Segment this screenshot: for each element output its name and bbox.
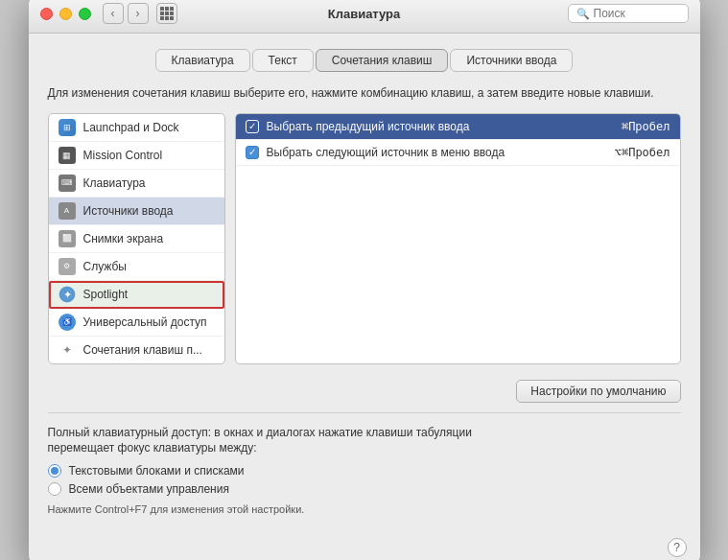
sidebar-item-accessibility[interactable]: ♿ Универсальный доступ	[49, 309, 224, 337]
tab-input-sources[interactable]: Источники ввода	[450, 49, 573, 72]
shortcuts-icon: ✦	[59, 341, 76, 359]
shortcut-check-prev[interactable]: ✓	[246, 120, 259, 133]
tab-shortcuts[interactable]: Сочетания клавиш	[316, 49, 449, 72]
shortcut-key-prev: ⌘Пробел	[622, 120, 670, 133]
tab-bar: Клавиатура Текст Сочетания клавиш Источн…	[48, 49, 681, 72]
svg-text:✦: ✦	[62, 289, 71, 300]
search-input[interactable]	[594, 7, 680, 20]
sidebar-item-keyboard[interactable]: ⌨ Клавиатура	[49, 170, 224, 198]
shortcut-row-prev[interactable]: ✓ Выбрать предыдущий источник ввода ⌘Про…	[236, 114, 680, 140]
shortcut-label-prev: Выбрать предыдущий источник ввода	[267, 120, 614, 133]
bottom-section: Полный клавиатурный доступ: в окнах и ди…	[48, 412, 681, 516]
tab-text[interactable]: Текст	[252, 49, 314, 72]
radio-inner-text	[51, 467, 59, 475]
grid-icon	[160, 7, 174, 20]
footer: ?	[29, 530, 700, 560]
shortcut-label-next: Выбрать следующий источник в меню ввода	[267, 146, 607, 159]
nav-buttons: ‹ ›	[103, 3, 177, 24]
maximize-button[interactable]	[79, 8, 91, 20]
radio-circle-all[interactable]	[48, 482, 61, 496]
search-box[interactable]: 🔍	[568, 4, 689, 23]
accessibility-icon: ♿	[59, 314, 76, 331]
content-area: Клавиатура Текст Сочетания клавиш Источн…	[29, 34, 700, 530]
defaults-button[interactable]: Настройки по умолчанию	[516, 380, 680, 403]
radio-text-blocks[interactable]: Текстовыми блоками и списками	[48, 464, 681, 478]
shortcut-key-next: ⌥⌘Пробел	[615, 146, 670, 159]
titlebar: ‹ › Клавиатура 🔍	[29, 0, 700, 34]
sidebar-item-spotlight[interactable]: ✦ Spotlight	[49, 281, 224, 309]
service-icon: ⚙	[59, 258, 76, 275]
tab-keyboard[interactable]: Клавиатура	[155, 49, 250, 72]
radio-group: Текстовыми блоками и списками Всеми объе…	[48, 464, 681, 496]
back-button[interactable]: ‹	[103, 3, 124, 24]
grid-button[interactable]	[156, 3, 177, 24]
search-icon: 🔍	[576, 8, 590, 20]
screenshot-icon: ⬜	[59, 230, 76, 247]
sidebar-item-launchpad[interactable]: ⊞ Launchpad и Dock	[49, 114, 224, 142]
bottom-right: Настройки по умолчанию	[48, 374, 681, 408]
mission-icon: ▦	[59, 147, 76, 164]
bottom-hint: Нажмите Control+F7 для изменения этой на…	[48, 503, 681, 515]
traffic-lights	[40, 8, 91, 20]
spotlight-icon: ✦	[59, 286, 76, 303]
radio-circle-text[interactable]	[48, 464, 61, 478]
forward-button[interactable]: ›	[128, 3, 149, 24]
sidebar-item-screenshot[interactable]: ⬜ Снимки экрана	[49, 225, 224, 253]
close-button[interactable]	[40, 8, 53, 20]
shortcuts-panel: ✓ Выбрать предыдущий источник ввода ⌘Про…	[235, 113, 681, 364]
main-panel: ⊞ Launchpad и Dock ▦ Mission Control ⌨ К…	[48, 113, 681, 364]
shortcut-row-next[interactable]: ✓ Выбрать следующий источник в меню ввод…	[236, 140, 680, 166]
bottom-description: Полный клавиатурный доступ: в окнах и ди…	[48, 425, 681, 457]
shortcut-check-next[interactable]: ✓	[246, 146, 259, 159]
input-src-icon: A	[59, 202, 76, 220]
launchpad-icon: ⊞	[59, 119, 76, 136]
tab-description: Для изменения сочетания клавиш выберите …	[48, 85, 681, 102]
help-button[interactable]: ?	[668, 538, 687, 557]
window-title: Клавиатура	[328, 7, 401, 21]
sidebar-item-services[interactable]: ⚙ Службы	[49, 253, 224, 281]
minimize-button[interactable]	[59, 8, 72, 20]
sidebar-item-custom-shortcuts[interactable]: ✦ Сочетания клавиш п...	[49, 337, 224, 363]
radio-all-controls[interactable]: Всеми объектами управления	[48, 482, 681, 496]
sidebar-item-mission[interactable]: ▦ Mission Control	[49, 142, 224, 170]
sidebar-list: ⊞ Launchpad и Dock ▦ Mission Control ⌨ К…	[48, 113, 225, 364]
keyboard-icon: ⌨	[59, 175, 76, 192]
sidebar-item-input-src[interactable]: A Источники ввода	[49, 198, 224, 225]
